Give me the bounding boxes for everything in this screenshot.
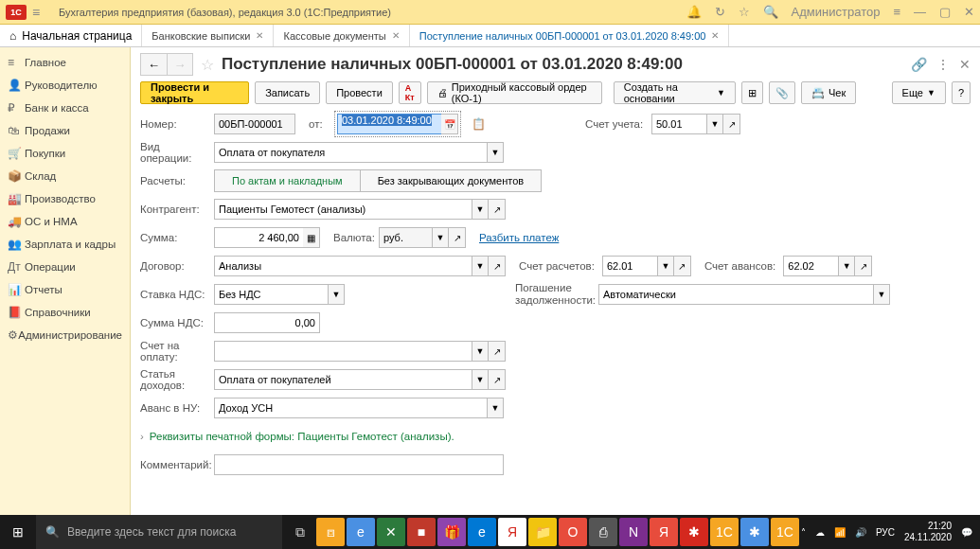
- open-icon[interactable]: ↗: [449, 227, 466, 248]
- sidebar-item-reports[interactable]: 📊Отчеты: [0, 278, 130, 301]
- windows-start-button[interactable]: ⊞: [0, 515, 36, 549]
- notifications-icon[interactable]: 💬: [961, 527, 972, 538]
- history-icon[interactable]: ↻: [715, 5, 725, 19]
- tab-receipt[interactable]: Поступление наличных 00БП-000001 от 03.0…: [410, 25, 730, 46]
- chevron-down-icon[interactable]: ▼: [472, 256, 489, 276]
- open-icon[interactable]: ↗: [855, 256, 872, 276]
- open-icon[interactable]: ↗: [489, 341, 506, 362]
- back-button[interactable]: ←: [140, 53, 167, 76]
- vat-sum-input[interactable]: [214, 312, 320, 333]
- chevron-down-icon[interactable]: ▼: [487, 398, 504, 418]
- app-icon[interactable]: e: [347, 518, 375, 546]
- open-icon[interactable]: ↗: [489, 369, 506, 390]
- chevron-down-icon[interactable]: ▼: [432, 227, 449, 248]
- wifi-icon[interactable]: 📶: [834, 527, 846, 538]
- user-label[interactable]: Администратор: [792, 5, 881, 19]
- calendar-icon[interactable]: 📅: [441, 114, 458, 134]
- income-input[interactable]: [214, 369, 472, 390]
- advance-nu-select[interactable]: [214, 398, 487, 418]
- close-icon[interactable]: ✕: [711, 30, 719, 41]
- open-icon[interactable]: ↗: [489, 256, 506, 276]
- print-order-button[interactable]: 🖨Приходный кассовый ордер (КО-1): [427, 81, 602, 104]
- post-close-button[interactable]: Провести и закрыть: [140, 81, 249, 104]
- sum-input[interactable]: [214, 227, 303, 248]
- app-icon[interactable]: 🎁: [437, 518, 466, 546]
- windows-search[interactable]: 🔍 Введите здесь текст для поиска: [36, 515, 282, 549]
- onedrive-icon[interactable]: ☁: [815, 527, 825, 538]
- comment-input[interactable]: [214, 454, 504, 475]
- sidebar-item-production[interactable]: 🏭Производство: [0, 187, 130, 210]
- sidebar-item-admin[interactable]: ⚙Администрирование: [0, 324, 130, 346]
- calc-icon[interactable]: ▦: [303, 227, 320, 248]
- seg-no-closing[interactable]: Без закрывающих документов: [360, 169, 543, 192]
- close-icon[interactable]: ✕: [256, 30, 263, 41]
- close-icon[interactable]: ✕: [392, 30, 400, 41]
- open-icon[interactable]: ↗: [674, 256, 691, 276]
- chevron-down-icon[interactable]: ▼: [472, 199, 489, 220]
- tab-bank[interactable]: Банковские выписки✕: [142, 25, 274, 46]
- close-icon[interactable]: ✕: [964, 5, 974, 19]
- app-icon[interactable]: 📁: [528, 518, 557, 546]
- op-type-select[interactable]: [214, 142, 487, 163]
- bell-icon[interactable]: 🔔: [686, 5, 702, 19]
- contract-input[interactable]: [214, 256, 472, 276]
- volume-icon[interactable]: 🔊: [855, 527, 866, 538]
- sidebar-item-catalogs[interactable]: 📕Справочники: [0, 301, 130, 324]
- search-icon[interactable]: 🔍: [763, 5, 778, 19]
- save-button[interactable]: Записать: [255, 81, 320, 104]
- sidebar-item-warehouse[interactable]: 📦Склад: [0, 165, 130, 187]
- chevron-down-icon[interactable]: ▼: [472, 369, 489, 390]
- close-icon[interactable]: ✕: [959, 57, 971, 72]
- tray-chevron-icon[interactable]: ˄: [801, 527, 806, 538]
- chevron-down-icon[interactable]: ▼: [873, 284, 890, 305]
- chevron-down-icon[interactable]: ▼: [657, 256, 674, 276]
- sidebar-item-purchases[interactable]: 🛒Покупки: [0, 142, 130, 165]
- account-input[interactable]: [651, 114, 706, 134]
- number-input[interactable]: [214, 114, 295, 134]
- open-icon[interactable]: ↗: [723, 114, 740, 134]
- invoice-input[interactable]: [214, 341, 472, 362]
- sidebar-item-bank[interactable]: ₽Банк и касса: [0, 97, 130, 119]
- clock[interactable]: 21:20 24.11.2020: [904, 521, 952, 543]
- sidebar-item-salary[interactable]: 👥Зарплата и кадры: [0, 233, 130, 256]
- date-input[interactable]: 03.01.2020 8:49:00: [337, 114, 441, 134]
- chevron-down-icon[interactable]: ▼: [706, 114, 723, 134]
- vat-rate-select[interactable]: [214, 284, 328, 305]
- acc-advance-input[interactable]: [783, 256, 838, 276]
- app-icon[interactable]: N: [619, 518, 648, 546]
- attach-button[interactable]: 📎: [769, 81, 795, 104]
- taskview-icon[interactable]: ⧉: [286, 518, 314, 546]
- link-icon[interactable]: 🔗: [911, 57, 927, 72]
- acc-settl-input[interactable]: [602, 256, 657, 276]
- check-button[interactable]: 📇Чек: [801, 81, 856, 104]
- app-icon[interactable]: ⎙: [589, 518, 617, 546]
- tab-home[interactable]: ⌂ Начальная страница: [0, 25, 142, 46]
- currency-input[interactable]: [379, 227, 432, 248]
- more-button[interactable]: Еще▼: [892, 81, 946, 104]
- post-button[interactable]: Провести: [326, 81, 393, 104]
- structure-button[interactable]: ⊞: [741, 81, 763, 104]
- tab-cash[interactable]: Кассовые документы✕: [274, 25, 409, 46]
- create-based-button[interactable]: Создать на основании▼: [614, 81, 736, 104]
- chevron-down-icon[interactable]: ▼: [328, 284, 345, 305]
- open-icon[interactable]: ↗: [489, 199, 506, 220]
- star-icon[interactable]: ☆: [201, 56, 214, 74]
- forward-button[interactable]: →: [167, 53, 193, 76]
- chevron-down-icon[interactable]: ▼: [838, 256, 855, 276]
- star-icon[interactable]: ☆: [739, 5, 750, 19]
- menu-icon[interactable]: ≡: [32, 5, 51, 20]
- help-button[interactable]: ?: [952, 81, 971, 104]
- lang-indicator[interactable]: РУС: [876, 527, 895, 538]
- settings-icon[interactable]: ≡: [893, 5, 900, 19]
- app-icon[interactable]: e: [468, 518, 496, 546]
- app-icon[interactable]: 1С: [771, 518, 799, 546]
- app-icon[interactable]: Я: [650, 518, 678, 546]
- app-icon[interactable]: ✱: [740, 518, 769, 546]
- sidebar-item-manager[interactable]: 👤Руководителю: [0, 74, 130, 97]
- app-icon[interactable]: ■: [407, 518, 436, 546]
- debt-select[interactable]: [598, 284, 873, 305]
- sidebar-item-main[interactable]: ≡Главное: [0, 51, 130, 74]
- counterparty-input[interactable]: [214, 199, 472, 220]
- chevron-down-icon[interactable]: ▼: [472, 341, 489, 362]
- seg-by-acts[interactable]: По актам и накладным: [214, 169, 360, 192]
